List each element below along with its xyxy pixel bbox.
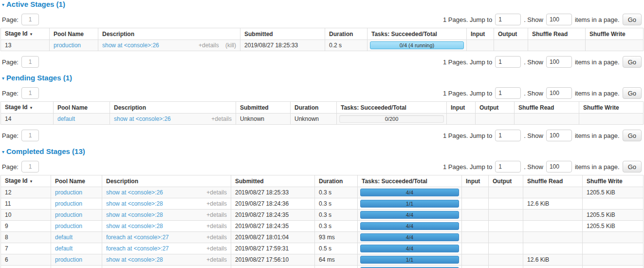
page-number-input[interactable]	[21, 161, 39, 172]
column-header-description[interactable]: Description	[98, 28, 240, 40]
show-items-input[interactable]	[546, 87, 572, 99]
column-header-stage-id[interactable]: Stage Id▾	[1, 28, 50, 40]
column-header-tasks-succeeded-total[interactable]: Tasks: Succeeded/Total	[368, 28, 467, 40]
pool-name-link[interactable]: production	[55, 211, 82, 218]
pool-name-link[interactable]: production	[55, 256, 82, 263]
description-link[interactable]: show at <console>:28	[106, 256, 163, 263]
column-header-output[interactable]: Output	[489, 175, 523, 187]
cell-stage-id: 10	[1, 210, 51, 221]
column-header-duration[interactable]: Duration	[291, 102, 337, 114]
pool-name-link[interactable]: production	[54, 42, 81, 49]
column-header-stage-id[interactable]: Stage Id▾	[1, 175, 51, 187]
column-header-output[interactable]: Output	[494, 28, 528, 40]
page-number-input[interactable]	[21, 87, 39, 99]
jump-to-page-input[interactable]	[495, 87, 521, 99]
details-toggle[interactable]: +details	[206, 223, 227, 230]
column-label: Stage Id	[5, 30, 28, 37]
column-header-shuffle-read[interactable]: Shuffle Read	[528, 28, 586, 40]
jump-to-page-input[interactable]	[495, 130, 521, 141]
details-toggle[interactable]: +details	[206, 189, 227, 196]
details-toggle[interactable]: +details	[206, 211, 227, 218]
column-header-pool-name[interactable]: Pool Name	[50, 28, 98, 40]
details-toggle[interactable]: +details	[206, 234, 227, 241]
column-label: Output	[479, 104, 498, 111]
column-header-submitted[interactable]: Submitted	[231, 175, 315, 187]
pool-name-link[interactable]: default	[55, 245, 73, 252]
description-actions: +details	[211, 115, 232, 122]
column-header-submitted[interactable]: Submitted	[240, 28, 325, 40]
page-number-input[interactable]	[21, 56, 39, 68]
pool-name-link[interactable]: production	[55, 223, 82, 230]
cell-output	[489, 198, 523, 210]
description-link[interactable]: show at <console>:26	[114, 115, 171, 122]
section-heading-active-stages[interactable]: ▾Active Stages (1)	[2, 0, 643, 9]
column-header-pool-name[interactable]: Pool Name	[54, 102, 110, 114]
column-header-pool-name[interactable]: Pool Name	[51, 175, 102, 187]
column-header-shuffle-write[interactable]: Shuffle Write	[586, 28, 644, 40]
task-progress-bar: 4/4	[360, 211, 459, 219]
column-header-shuffle-write[interactable]: Shuffle Write	[583, 175, 644, 187]
column-header-duration[interactable]: Duration	[315, 175, 358, 187]
column-header-shuffle-write[interactable]: Shuffle Write	[579, 102, 644, 114]
details-toggle[interactable]: +details	[206, 245, 227, 252]
jump-to-page-input[interactable]	[495, 161, 521, 172]
go-button[interactable]: Go	[623, 14, 642, 25]
go-button[interactable]: Go	[623, 56, 642, 68]
kill-link[interactable]: (kill)	[225, 42, 236, 49]
details-toggle[interactable]: +details	[211, 115, 232, 122]
page-number-input[interactable]	[21, 130, 39, 141]
column-header-output[interactable]: Output	[476, 102, 515, 114]
pool-name-link[interactable]: default	[57, 115, 75, 122]
column-header-input[interactable]: Input	[462, 175, 489, 187]
description-actions: +details	[206, 245, 227, 252]
page-label: Page:	[2, 132, 18, 139]
cell-duration: 0.2 s	[325, 40, 368, 51]
cell-duration: 0.5 s	[315, 243, 358, 254]
section-heading-completed-stages[interactable]: ▾Completed Stages (13)	[2, 148, 643, 156]
pool-name-link[interactable]: default	[55, 234, 73, 241]
pages-jump-label: 1 Pages. Jump to	[443, 90, 492, 97]
column-header-input[interactable]: Input	[467, 28, 494, 40]
column-header-tasks-succeeded-total[interactable]: Tasks: Succeeded/Total	[337, 102, 447, 114]
cell-tasks: 0/4 (4 running)	[368, 40, 467, 51]
section-title-text: Active Stages (1)	[6, 0, 65, 8]
pending-stages-section: ▾Pending Stages (1) Page: 1 Pages. Jump …	[0, 74, 643, 148]
cell-description: show at <console>:28 +details	[102, 254, 231, 266]
details-toggle[interactable]: +details	[199, 42, 219, 49]
column-header-submitted[interactable]: Submitted	[236, 102, 291, 114]
description-link[interactable]: show at <console>:28	[106, 223, 163, 230]
column-header-tasks-succeeded-total[interactable]: Tasks: Succeeded/Total	[358, 175, 462, 187]
pool-name-link[interactable]: production	[55, 200, 82, 207]
jump-to-page-input[interactable]	[495, 14, 521, 25]
go-button[interactable]: Go	[623, 87, 642, 99]
pool-name-link[interactable]: production	[55, 189, 82, 196]
column-header-duration[interactable]: Duration	[325, 28, 368, 40]
description-link[interactable]: show at <console>:26	[106, 189, 163, 196]
column-header-input[interactable]: Input	[447, 102, 476, 114]
jump-to-page-input[interactable]	[495, 56, 521, 68]
show-items-input[interactable]	[546, 56, 572, 68]
description-link[interactable]: show at <console>:28	[106, 200, 163, 207]
show-items-input[interactable]	[546, 130, 572, 141]
page-number-input[interactable]	[21, 14, 39, 25]
column-header-shuffle-read[interactable]: Shuffle Read	[523, 175, 583, 187]
section-heading-pending-stages[interactable]: ▾Pending Stages (1)	[2, 74, 643, 82]
column-header-description[interactable]: Description	[110, 102, 236, 114]
column-header-stage-id[interactable]: Stage Id▾	[1, 102, 54, 114]
details-toggle[interactable]: +details	[206, 200, 227, 207]
pagination-left: Page:	[2, 130, 39, 141]
column-header-description[interactable]: Description	[102, 175, 231, 187]
description-link[interactable]: show at <console>:28	[106, 211, 163, 218]
show-items-input[interactable]	[546, 161, 572, 172]
cell-stage-id: 6	[1, 254, 51, 266]
go-button[interactable]: Go	[623, 130, 642, 141]
details-toggle[interactable]: +details	[206, 256, 227, 263]
go-button[interactable]: Go	[623, 161, 642, 172]
description-link[interactable]: foreach at <console>:27	[106, 234, 169, 241]
column-header-shuffle-read[interactable]: Shuffle Read	[515, 102, 579, 114]
section-title-text: Pending Stages (1)	[6, 74, 72, 82]
description-link[interactable]: show at <console>:26	[102, 42, 159, 49]
pagination-controls: Page: 1 Pages. Jump to . Show items in a…	[0, 130, 643, 141]
show-items-input[interactable]	[546, 14, 572, 25]
description-link[interactable]: foreach at <console>:27	[106, 245, 169, 252]
